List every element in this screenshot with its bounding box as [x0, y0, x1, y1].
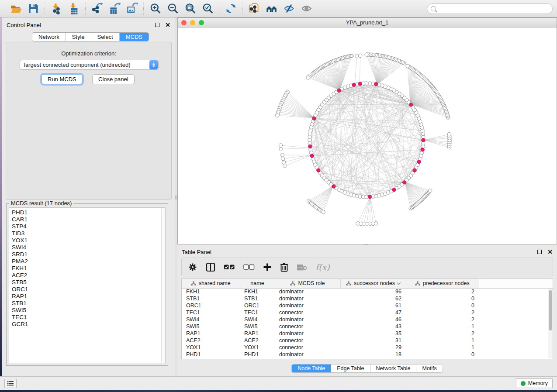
tab-edge-table[interactable]: Edge Table [331, 364, 370, 372]
mcds-result-item[interactable]: GCR1 [12, 321, 165, 328]
table-row[interactable]: ORC1 ORC1 dominator 61 0 [182, 302, 553, 309]
task-manager-button[interactable] [4, 379, 17, 388]
table-panel: Table Panel ✕ f(x) shared namenameMCDS r… [177, 245, 557, 376]
show-graphics-details-icon[interactable] [300, 3, 312, 15]
home-icon[interactable] [265, 3, 277, 15]
mcds-result-item[interactable]: PMA2 [12, 258, 165, 265]
table-scrollbar-thumb[interactable] [549, 290, 552, 330]
tab-network[interactable]: Network [32, 33, 66, 41]
sort-desc-icon [397, 281, 401, 285]
apply-layout-icon[interactable] [225, 3, 237, 15]
memory-button[interactable]: Memory [516, 378, 553, 388]
zoom-fit-icon[interactable] [184, 3, 196, 15]
column-header-MCDS-role[interactable]: MCDS role [275, 279, 340, 288]
tab-select[interactable]: Select [91, 33, 120, 41]
table-row[interactable]: TEC1 TEC1 connector 47 2 [182, 309, 553, 316]
mcds-result-list[interactable]: PHD1CAR1STP4TID3YOX1SWI4SRD1PMA2FKH1ACE2… [9, 207, 166, 363]
mcds-result-item[interactable]: CAR1 [12, 216, 165, 223]
mcds-result-item[interactable]: FKH1 [12, 265, 165, 272]
close-table-panel-icon[interactable]: ✕ [547, 250, 553, 254]
column-header-predecessor-nodes[interactable]: predecessor nodes [406, 279, 479, 288]
run-mcds-button[interactable]: Run MCDS [42, 74, 83, 84]
network-window-title: YPA_prune.txt_1 [178, 19, 557, 26]
memory-status-icon [521, 381, 526, 386]
open-session-icon[interactable] [10, 3, 22, 15]
mcds-result-group: MCDS result (17 nodes) PHD1CAR1STP4TID3Y… [6, 203, 168, 366]
table-scrollbar[interactable] [548, 289, 553, 358]
delete-column-icon[interactable] [280, 261, 288, 273]
network-canvas[interactable] [178, 28, 557, 244]
status-bar: Memory [0, 376, 557, 390]
table-row[interactable]: PHD1 PHD1 dominator 18 0 [182, 351, 553, 358]
column-header-successor-nodes[interactable]: successor nodes [340, 279, 406, 288]
save-session-icon[interactable] [27, 3, 39, 15]
column-header-filler [479, 279, 553, 288]
close-panel-icon[interactable]: ✕ [165, 23, 170, 27]
control-panel-title: Control Panel [7, 22, 41, 28]
tab-node-table[interactable]: Node Table [292, 364, 331, 372]
import-network-icon[interactable] [50, 3, 62, 15]
tab-network-table[interactable]: Network Table [370, 364, 417, 372]
export-table-icon[interactable] [108, 3, 121, 15]
mcds-result-item[interactable]: SWI5 [12, 307, 165, 314]
mcds-result-item[interactable]: TEC1 [12, 314, 165, 321]
search-field[interactable] [427, 3, 553, 14]
search-input[interactable] [439, 6, 549, 12]
zoom-in-icon[interactable] [149, 3, 161, 15]
desktop-wallpaper-bottom [0, 390, 557, 392]
table-row[interactable]: YOX1 YOX1 connector 29 1 [182, 344, 553, 351]
mcds-result-item[interactable]: ORC1 [12, 286, 165, 293]
tab-style[interactable]: Style [66, 33, 91, 41]
float-panel-icon[interactable] [155, 23, 159, 27]
float-table-panel-icon[interactable] [537, 250, 542, 254]
mcds-result-title: MCDS result (17 nodes) [9, 200, 73, 206]
table-row[interactable]: FKH1 FKH1 dominator 96 2 [182, 288, 553, 295]
column-header-shared-name[interactable]: shared name [182, 279, 240, 288]
table-row[interactable]: STB1 STB1 dominator 62 0 [182, 295, 553, 302]
zoom-out-icon[interactable] [166, 3, 179, 15]
tab-mcds[interactable]: MCDS [120, 33, 149, 41]
clone-network-icon[interactable] [248, 3, 260, 15]
import-table-icon[interactable] [68, 3, 80, 15]
add-column-icon[interactable] [263, 261, 272, 273]
network-window: YPA_prune.txt_1 [177, 17, 557, 244]
table-row[interactable]: RAP1 RAP1 dominator 35 2 [182, 330, 553, 337]
tab-motifs[interactable]: Motifs [416, 364, 442, 372]
mcds-result-item[interactable]: STP4 [12, 223, 165, 230]
hide-graphics-details-icon[interactable] [283, 3, 295, 15]
zoom-selected-icon[interactable] [201, 3, 214, 15]
mcds-result-item[interactable]: TID3 [12, 230, 165, 237]
table-row[interactable]: SWI5 SWI5 connector 43 1 [182, 323, 553, 330]
select-all-checkbox-icon[interactable] [224, 261, 235, 273]
export-network-icon[interactable] [91, 3, 103, 15]
mcds-result-item[interactable]: STB5 [12, 279, 165, 286]
table-row[interactable]: ACE2 ACE2 connector 31 1 [182, 337, 553, 344]
memory-button-label: Memory [528, 380, 548, 386]
mcds-result-item[interactable]: YOX1 [12, 237, 165, 244]
main-toolbar [0, 0, 557, 17]
mcds-result-item[interactable]: SWI4 [12, 244, 165, 251]
mcds-result-item[interactable]: PHD1 [12, 209, 165, 216]
table-toolbar: f(x) [181, 258, 553, 276]
column-layout-icon[interactable] [206, 261, 215, 273]
column-header-name[interactable]: name [240, 279, 275, 288]
export-image-icon[interactable] [126, 3, 138, 15]
task-list-icon [7, 380, 14, 386]
mcds-result-scrollbar[interactable] [161, 208, 165, 363]
table-settings-icon[interactable] [188, 261, 197, 273]
search-icon [431, 6, 436, 11]
close-panel-button[interactable]: Close panel [92, 74, 135, 84]
table-row[interactable]: SWI4 SWI4 dominator 46 2 [182, 316, 553, 323]
criterion-select[interactable]: largest connected component (undirected) [20, 60, 159, 70]
node-table: shared namenameMCDS rolesuccessor nodesp… [181, 279, 553, 359]
mcds-result-item[interactable]: RAP1 [12, 293, 165, 300]
criterion-selected-value: largest connected component (undirected) [20, 62, 149, 68]
mcds-result-item[interactable]: ACE2 [12, 272, 165, 279]
mcds-options-box: Optimization criterion: largest connecte… [6, 42, 172, 200]
mcds-result-item[interactable]: STB1 [12, 300, 165, 307]
select-stepper-icon [149, 60, 158, 69]
mcds-result-item[interactable]: SRD1 [12, 251, 165, 258]
deselect-all-checkbox-icon[interactable] [243, 261, 255, 273]
network-window-titlebar[interactable]: YPA_prune.txt_1 [178, 18, 557, 28]
network-graph[interactable] [178, 28, 557, 244]
